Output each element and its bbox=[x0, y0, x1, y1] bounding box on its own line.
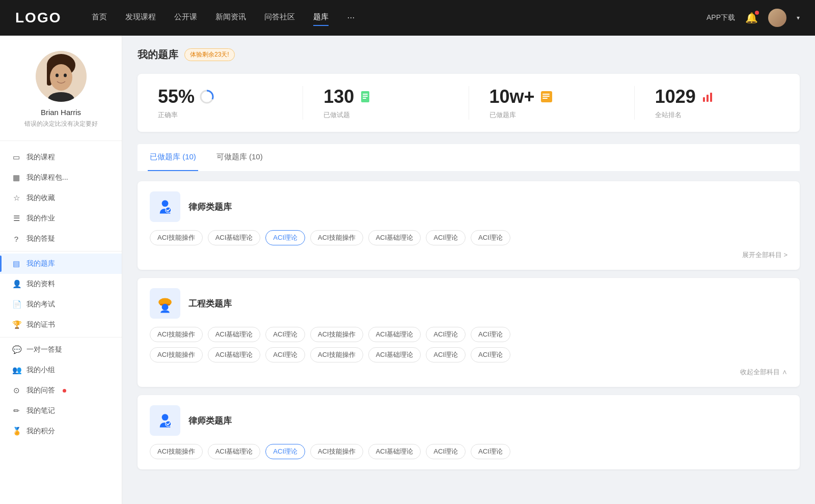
tag[interactable]: ACI理论 bbox=[426, 327, 466, 342]
sidebar-item-my-cert[interactable]: 🏆 我的证书 bbox=[0, 315, 122, 335]
tag[interactable]: ACI技能操作 bbox=[150, 327, 203, 342]
expand-link-law-1[interactable]: 展开全部科目 > bbox=[742, 250, 787, 260]
stat-accuracy-value: 55% bbox=[158, 86, 195, 107]
bar-chart-icon bbox=[701, 90, 714, 103]
stat-ranking: 1029 全站排名 bbox=[635, 86, 800, 120]
nav-links: 首页 发现课程 公开课 新闻资讯 问答社区 题库 ··· bbox=[92, 12, 707, 24]
my-course-pkg-icon: ▦ bbox=[12, 173, 20, 182]
tab-done[interactable]: 已做题库 (10) bbox=[148, 144, 198, 171]
svg-rect-17 bbox=[542, 98, 548, 99]
sidebar-item-my-group[interactable]: 👥 我的小组 bbox=[0, 360, 122, 380]
tag[interactable]: ACI技能操作 bbox=[310, 347, 363, 362]
sidebar-label-my-course-pkg: 我的课程包... bbox=[26, 173, 68, 182]
my-bank-icon: ▤ bbox=[12, 259, 20, 268]
nav-more[interactable]: ··· bbox=[347, 12, 355, 24]
tag[interactable]: ACI基础理论 bbox=[368, 327, 421, 342]
svg-point-26 bbox=[162, 414, 169, 421]
tag[interactable]: ACI基础理论 bbox=[368, 347, 421, 362]
tag[interactable]: ACI基础理论 bbox=[208, 230, 261, 245]
tag[interactable]: ACI理论 bbox=[426, 347, 466, 362]
sidebar-divider-1 bbox=[0, 251, 122, 251]
tag[interactable]: ACI基础理论 bbox=[208, 327, 261, 342]
nav-news[interactable]: 新闻资讯 bbox=[215, 12, 246, 24]
stat-questions-label: 已做试题 bbox=[323, 110, 350, 120]
svg-point-4 bbox=[56, 74, 59, 77]
tag[interactable]: ACI技能操作 bbox=[310, 327, 363, 342]
tag[interactable]: ACI技能操作 bbox=[310, 230, 363, 245]
sidebar-label-my-course: 我的课程 bbox=[26, 153, 55, 162]
tag[interactable]: ACI理论 bbox=[471, 327, 510, 342]
svg-point-3 bbox=[50, 64, 72, 91]
profile-avatar[interactable] bbox=[36, 51, 87, 102]
tag[interactable]: ACI理论 bbox=[471, 230, 510, 245]
sidebar-label-my-cert: 我的证书 bbox=[26, 320, 55, 329]
notification-bell[interactable]: 🔔 bbox=[745, 12, 758, 24]
nav-bank[interactable]: 题库 bbox=[313, 12, 329, 24]
app-download[interactable]: APP下载 bbox=[707, 13, 735, 22]
sidebar-label-my-notes: 我的笔记 bbox=[26, 406, 55, 415]
sidebar-item-my-answers[interactable]: ⊙ 我的问答 bbox=[0, 380, 122, 401]
main-layout: Brian Harris 错误的决定比没有决定要好 ▭ 我的课程 ▦ 我的课程包… bbox=[0, 36, 815, 504]
bank-card-law-2-header: 律师类题库 bbox=[150, 405, 787, 436]
bank-card-law-1: 律师类题库 ACI技能操作 ACI基础理论 ACI理论 ACI技能操作 ACI基… bbox=[138, 181, 800, 270]
sidebar-label-my-bank: 我的题库 bbox=[26, 259, 55, 268]
my-group-icon: 👥 bbox=[12, 366, 20, 375]
pie-chart-icon bbox=[200, 90, 214, 104]
sidebar-item-my-notes[interactable]: ✏ 我的笔记 bbox=[0, 401, 122, 421]
tag[interactable]: ACI基础理论 bbox=[368, 444, 421, 459]
tag[interactable]: ACI技能操作 bbox=[150, 230, 203, 245]
svg-point-9 bbox=[204, 94, 210, 100]
bank-name-eng: 工程类题库 bbox=[188, 298, 232, 310]
tag[interactable]: ACI理论 bbox=[426, 230, 466, 245]
my-points-icon: 🏅 bbox=[12, 427, 20, 436]
tag[interactable]: ACI理论 bbox=[426, 444, 466, 459]
bank-icon-engineer bbox=[150, 288, 180, 319]
tag[interactable]: ACI理论 bbox=[265, 347, 305, 362]
user-dropdown-arrow[interactable]: ▾ bbox=[797, 14, 800, 21]
tag[interactable]: ACI技能操作 bbox=[310, 444, 363, 459]
stat-questions-value: 130 bbox=[323, 86, 354, 107]
sidebar-item-my-favorites[interactable]: ☆ 我的收藏 bbox=[0, 188, 122, 208]
stat-accuracy-label: 正确率 bbox=[158, 110, 178, 120]
sidebar-item-my-questions[interactable]: ? 我的答疑 bbox=[0, 229, 122, 249]
nav-discover[interactable]: 发现课程 bbox=[125, 12, 156, 24]
avatar[interactable] bbox=[768, 9, 786, 27]
sidebar-item-my-bank[interactable]: ▤ 我的题库 bbox=[0, 254, 122, 274]
sidebar-item-one-one-qa[interactable]: 💬 一对一答疑 bbox=[0, 340, 122, 360]
avatar-image bbox=[768, 9, 786, 27]
svg-rect-15 bbox=[542, 94, 550, 95]
tag[interactable]: ACI技能操作 bbox=[150, 444, 203, 459]
stat-banks-done: 10w+ 已做题库 bbox=[469, 86, 635, 120]
tag-active[interactable]: ACI理论 bbox=[265, 230, 305, 245]
sidebar-item-my-data[interactable]: 👤 我的资料 bbox=[0, 274, 122, 294]
tag[interactable]: ACI基础理论 bbox=[208, 444, 261, 459]
stat-banks-value: 10w+ bbox=[490, 86, 535, 107]
tag[interactable]: ACI基础理论 bbox=[368, 230, 421, 245]
tag-active[interactable]: ACI理论 bbox=[265, 444, 305, 459]
my-notes-icon: ✏ bbox=[12, 406, 20, 415]
tab-available[interactable]: 可做题库 (10) bbox=[214, 144, 265, 171]
tag[interactable]: ACI理论 bbox=[265, 327, 305, 342]
nav-open-course[interactable]: 公开课 bbox=[174, 12, 197, 24]
stat-banks-value-row: 10w+ bbox=[490, 86, 553, 107]
tag[interactable]: ACI理论 bbox=[471, 444, 510, 459]
nav-qa[interactable]: 问答社区 bbox=[264, 12, 295, 24]
svg-rect-13 bbox=[363, 98, 366, 99]
notification-dot bbox=[755, 11, 759, 15]
logo[interactable]: LOGO bbox=[15, 10, 61, 26]
sidebar-item-my-course-pkg[interactable]: ▦ 我的课程包... bbox=[0, 167, 122, 188]
tag[interactable]: ACI理论 bbox=[471, 347, 510, 362]
stat-ranking-value-row: 1029 bbox=[655, 86, 714, 107]
expand-link-eng[interactable]: 收起全部科目 ∧ bbox=[740, 368, 787, 377]
sidebar-divider-2 bbox=[0, 337, 122, 338]
sidebar-item-my-exam[interactable]: 📄 我的考试 bbox=[0, 294, 122, 315]
tag[interactable]: ACI技能操作 bbox=[150, 347, 203, 362]
sidebar-item-my-course[interactable]: ▭ 我的课程 bbox=[0, 147, 122, 167]
tag[interactable]: ACI基础理论 bbox=[208, 347, 261, 362]
nav-home[interactable]: 首页 bbox=[92, 12, 107, 24]
stat-banks-label: 已做题库 bbox=[490, 110, 516, 120]
sidebar-item-my-homework[interactable]: ☰ 我的作业 bbox=[0, 208, 122, 229]
sidebar-item-my-points[interactable]: 🏅 我的积分 bbox=[0, 421, 122, 441]
navbar-right: APP下载 🔔 ▾ bbox=[707, 9, 800, 27]
svg-rect-20 bbox=[710, 93, 712, 102]
